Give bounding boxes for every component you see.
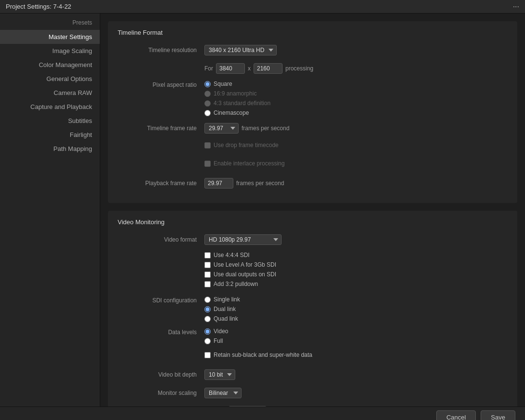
cancel-button[interactable]: Cancel [436, 410, 476, 420]
sidebar-item-subtitles[interactable]: Subtitles [0, 114, 100, 128]
sdi-checkbox-input-dual_outputs[interactable] [204, 271, 211, 278]
window-title: Project Settings: 7-4-22 [6, 3, 513, 10]
timeline-resolution-row: Timeline resolution 3840 x 2160 Ultra HD… [118, 44, 508, 56]
sidebar-item-general-options[interactable]: General Options [0, 72, 100, 86]
timeline-resolution-select[interactable]: 3840 x 2160 Ultra HD1920 x 1080 HD1280 x… [204, 45, 277, 55]
sdi-checkbox-label-dual_outputs: Use dual outputs on SDI [214, 271, 276, 278]
sdi-config-single[interactable]: Single link [204, 296, 240, 303]
timeline-resolution-label: Timeline resolution [118, 47, 204, 54]
sdi-config-radio-group: Single linkDual linkQuad link [204, 296, 240, 322]
resolution-height-input[interactable]: 2160 [254, 63, 283, 74]
bottom-bar: Cancel Save [0, 406, 525, 420]
sidebar-item-capture-playback[interactable]: Capture and Playback [0, 100, 100, 114]
video-monitoring-title: Video Monitoring [118, 218, 508, 226]
timeline-frame-rate-content: 23.976242529.97305059.9460 frames per se… [204, 123, 289, 134]
sdi-config-label: SDI configuration [118, 296, 204, 304]
video-format-row: Video format HD 1080p 29.97HD 1080i 29.9… [118, 233, 508, 246]
sdi-config-row: SDI configuration Single linkDual linkQu… [118, 296, 508, 322]
pixel-aspect-row: Pixel aspect ratio Square16:9 anamorphic… [118, 81, 508, 116]
for-label: For [204, 65, 213, 72]
sdi-config-label-single: Single link [214, 296, 240, 303]
data-level-full[interactable]: Full [204, 338, 228, 344]
sdi-checkbox-use444[interactable]: Use 4:4:4 SDI [204, 252, 276, 258]
data-level-video[interactable]: Video [204, 328, 228, 335]
main-layout: Presets Master SettingsImage ScalingColo… [0, 14, 525, 406]
for-processing-content: For 3840 x 2160 processing [204, 63, 313, 74]
fps-label: frames per second [242, 125, 289, 132]
bit-depth-label: Video bit depth [118, 371, 204, 378]
retain-label: Retain sub-black and super-white data [214, 352, 312, 358]
timeline-format-section: Timeline Format Timeline resolution 3840… [108, 21, 517, 203]
timeline-frame-rate-row: Timeline frame rate 23.976242529.9730505… [118, 122, 508, 135]
resolution-width-input[interactable]: 3840 [216, 63, 245, 74]
top-bar: Project Settings: 7-4-22 ··· [0, 0, 525, 14]
sdi-config-dual[interactable]: Dual link [204, 306, 240, 312]
sidebar-item-master-settings[interactable]: Master Settings [0, 30, 100, 44]
sidebar-nav: Master SettingsImage ScalingColor Manage… [0, 30, 100, 156]
interlace-checkbox-item[interactable]: Enable interlace processing [204, 160, 284, 167]
playback-rate-input[interactable]: 29.97 [204, 178, 233, 189]
matrix-row: Use Rec.601Rec.709 matrix for 4:2:2 SDI … [118, 405, 508, 406]
video-format-label: Video format [118, 236, 204, 243]
data-level-label-full: Full [214, 338, 223, 344]
sdi-checkbox-label-use444: Use 4:4:4 SDI [214, 252, 250, 258]
pixel-aspect-radio-group: Square16:9 anamorphic4:3 standard defini… [204, 81, 270, 116]
sidebar-presets-label[interactable]: Presets [0, 17, 100, 30]
sdi-checkbox-input-use444[interactable] [204, 252, 211, 258]
processing-label: processing [285, 65, 313, 72]
pixel-aspect-content: Square16:9 anamorphic4:3 standard defini… [204, 81, 270, 116]
pixel-aspect-label-cinemascope: Cinemascope [214, 109, 249, 116]
sdi-checkbox-dual_outputs[interactable]: Use dual outputs on SDI [204, 271, 276, 278]
playback-frame-rate-label: Playback frame rate [118, 180, 204, 187]
matrix-select[interactable]: Rec.601Rec.709 [229, 406, 267, 406]
pixel-aspect-label-square: Square [214, 81, 232, 87]
video-format-select[interactable]: HD 1080p 29.97HD 1080i 29.97HD 720p 59.9… [204, 234, 282, 245]
retain-checkbox-item[interactable]: Retain sub-black and super-white data [204, 352, 312, 358]
interlace-checkbox[interactable] [204, 161, 211, 167]
timeline-resolution-content: 3840 x 2160 Ultra HD1920 x 1080 HD1280 x… [204, 45, 277, 55]
pixel-aspect-square[interactable]: Square [204, 81, 270, 87]
sidebar-item-path-mapping[interactable]: Path Mapping [0, 142, 100, 156]
timeline-format-title: Timeline Format [118, 29, 508, 36]
drop-frame-row: Use drop frame timecode [118, 140, 508, 153]
save-button[interactable]: Save [481, 410, 515, 420]
pixel-aspect-169: 16:9 anamorphic [204, 90, 270, 97]
retain-checkbox[interactable] [204, 352, 211, 358]
sdi-config-label-dual: Dual link [214, 306, 236, 312]
sidebar-item-fairlight[interactable]: Fairlight [0, 128, 100, 142]
sdi-checkbox-input-pulldown[interactable] [204, 281, 211, 287]
sdi-config-label-quad: Quad link [214, 315, 238, 322]
retain-row: Retain sub-black and super-white data [118, 350, 508, 363]
data-levels-row: Data levels VideoFull [118, 328, 508, 344]
for-processing-row: For 3840 x 2160 processing [118, 62, 508, 75]
interlace-row: Enable interlace processing [118, 159, 508, 171]
sdi-checkbox-levelA[interactable]: Use Level A for 3Gb SDI [204, 261, 276, 268]
more-options-button[interactable]: ··· [513, 2, 519, 11]
sdi-checkbox-label-levelA: Use Level A for 3Gb SDI [214, 261, 276, 268]
monitor-scaling-row: Monitor scaling NearestBilinearBicubic [118, 387, 508, 399]
data-levels-radio-group: VideoFull [204, 328, 228, 344]
sidebar-item-color-management[interactable]: Color Management [0, 58, 100, 72]
pixel-aspect-label-43: 4:3 standard definition [214, 100, 270, 107]
timeline-frame-rate-label: Timeline frame rate [118, 125, 204, 132]
content-area: Timeline Format Timeline resolution 3840… [100, 14, 525, 406]
playback-fps-label: frames per second [236, 180, 284, 187]
sidebar-item-image-scaling[interactable]: Image Scaling [0, 44, 100, 58]
sidebar: Presets Master SettingsImage ScalingColo… [0, 14, 100, 406]
bit-depth-select[interactable]: 8 bit10 bit12 bit [204, 369, 235, 380]
data-levels-label: Data levels [118, 328, 204, 336]
sdi-checkboxes-row: Use 4:4:4 SDIUse Level A for 3Gb SDIUse … [118, 252, 508, 290]
x-label: x [248, 65, 251, 72]
drop-frame-checkbox-item[interactable]: Use drop frame timecode [204, 142, 279, 149]
sdi-checkbox-input-levelA[interactable] [204, 262, 211, 268]
data-level-label-video: Video [214, 328, 228, 335]
pixel-aspect-cinemascope[interactable]: Cinemascope [204, 109, 270, 116]
interlace-label: Enable interlace processing [214, 160, 284, 167]
sdi-checkbox-pulldown[interactable]: Add 3:2 pulldown [204, 281, 276, 287]
monitor-scaling-select[interactable]: NearestBilinearBicubic [204, 388, 242, 398]
drop-frame-checkbox[interactable] [204, 142, 211, 149]
sidebar-item-camera-raw[interactable]: Camera RAW [0, 86, 100, 100]
sdi-config-quad[interactable]: Quad link [204, 315, 240, 322]
monitor-scaling-label: Monitor scaling [118, 390, 204, 396]
frame-rate-select[interactable]: 23.976242529.97305059.9460 [204, 123, 239, 134]
